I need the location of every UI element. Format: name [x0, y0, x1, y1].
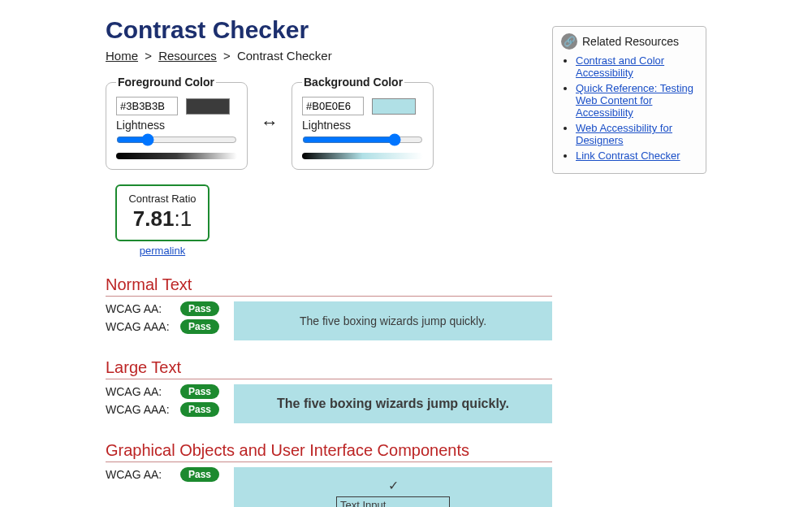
large-text-sample[interactable]: The five boxing wizards jump quickly.	[234, 384, 552, 423]
normal-aa-badge: Pass	[180, 301, 219, 316]
breadcrumb-sep: >	[145, 49, 152, 63]
foreground-legend: Foreground Color	[116, 76, 216, 89]
background-hex-input[interactable]	[302, 97, 364, 115]
foreground-color-box: Foreground Color Lightness	[106, 76, 248, 170]
background-lightness-slider[interactable]	[302, 133, 423, 146]
page-title: Contrast Checker	[106, 16, 552, 44]
background-lightness-label: Lightness	[302, 119, 423, 132]
foreground-gradient-bar	[116, 153, 237, 159]
large-aaa-badge: Pass	[180, 402, 219, 417]
background-legend: Background Color	[302, 76, 404, 89]
normal-text-sample[interactable]: The five boxing wizards jump quickly.	[234, 301, 552, 340]
check-icon: ✓	[388, 478, 399, 493]
related-resources-box: 🔗 Related Resources Contrast and Color A…	[552, 26, 706, 174]
permalink[interactable]: permalink	[140, 245, 185, 257]
gui-heading: Graphical Objects and User Interface Com…	[106, 441, 552, 462]
normal-aaa-badge: Pass	[180, 319, 219, 334]
large-aa-label: WCAG AA:	[106, 385, 162, 398]
foreground-swatch[interactable]	[186, 98, 230, 115]
background-color-box: Background Color Lightness	[292, 76, 434, 170]
related-link[interactable]: Link Contrast Checker	[576, 150, 680, 162]
related-link[interactable]: Web Accessibility for Designers	[576, 122, 672, 146]
gui-aa-badge: Pass	[180, 467, 219, 482]
related-link[interactable]: Quick Reference: Testing Web Content for…	[576, 82, 693, 119]
swap-colors-button[interactable]: ↔	[257, 112, 282, 133]
contrast-ratio-label: Contrast Ratio	[128, 193, 196, 205]
link-icon: 🔗	[561, 33, 577, 50]
foreground-lightness-slider[interactable]	[116, 133, 237, 146]
gui-sample: ✓	[234, 467, 552, 507]
large-text-heading: Large Text	[106, 358, 552, 379]
related-link[interactable]: Contrast and Color Accessibility	[576, 54, 664, 79]
normal-text-heading: Normal Text	[106, 275, 552, 297]
large-aaa-label: WCAG AAA:	[106, 403, 170, 416]
contrast-ratio-box: Contrast Ratio 7.81:1	[115, 184, 209, 241]
gui-text-input[interactable]	[336, 496, 450, 507]
breadcrumb-sep: >	[223, 49, 231, 63]
normal-aa-label: WCAG AA:	[106, 302, 162, 315]
related-resources-heading: Related Resources	[582, 35, 679, 48]
foreground-hex-input[interactable]	[116, 97, 178, 115]
breadcrumb: Home > Resources > Contrast Checker	[106, 49, 552, 63]
breadcrumb-current: Contrast Checker	[237, 49, 332, 63]
breadcrumb-resources[interactable]: Resources	[158, 49, 217, 63]
background-swatch[interactable]	[372, 98, 416, 115]
large-aa-badge: Pass	[180, 384, 219, 399]
background-gradient-bar	[302, 153, 423, 159]
gui-aa-label: WCAG AA:	[106, 468, 162, 481]
foreground-lightness-label: Lightness	[116, 119, 237, 132]
contrast-ratio-value: 7.81:1	[128, 206, 196, 232]
breadcrumb-home[interactable]: Home	[106, 49, 138, 63]
normal-aaa-label: WCAG AAA:	[106, 320, 170, 333]
